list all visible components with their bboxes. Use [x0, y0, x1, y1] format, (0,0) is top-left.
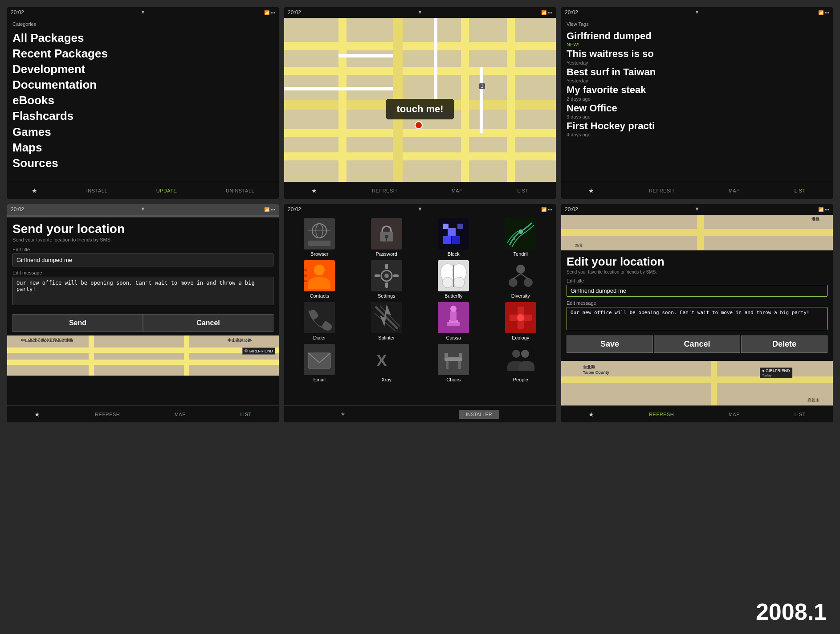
uninstall-button[interactable]: UNINSTALL — [226, 188, 254, 193]
update-button[interactable]: UPDATE — [156, 188, 177, 193]
app-icon-people — [505, 344, 536, 375]
refresh-button-3[interactable]: REFRESH — [649, 188, 674, 193]
signal-icon-1: 📶 — [264, 10, 269, 15]
app-ecology[interactable]: Ecology — [489, 302, 553, 340]
app-icon-settings — [371, 260, 402, 291]
send-button[interactable]: Send — [12, 314, 143, 332]
category-all-packages[interactable]: All Packages — [12, 30, 273, 46]
refresh-button-4[interactable]: REFRESH — [95, 412, 120, 417]
list-button-2[interactable]: LIST — [517, 188, 528, 193]
send-location-form: Edit title Edit message Our new office w… — [7, 243, 279, 311]
edit-message-textarea[interactable]: Our new office will be opening soon. Can… — [12, 277, 273, 305]
category-recent-packages[interactable]: Recent Packages — [12, 46, 273, 61]
map-pin — [415, 121, 423, 129]
tag-hockey[interactable]: First Hockey practi 4 days ago — [567, 120, 828, 137]
app-browser[interactable]: Browser — [288, 218, 351, 257]
dropdown-arrow-2: ▼ — [417, 9, 423, 15]
edit-title-input-6[interactable] — [567, 285, 828, 297]
category-sources[interactable]: Sources — [12, 155, 273, 171]
categories-list: All Packages Recent Packages Development… — [7, 29, 279, 191]
app-icon-xray: X — [371, 344, 402, 375]
star-button-5[interactable]: ★ — [341, 411, 345, 417]
tag-steak[interactable]: My favorite steak 2 days ago — [567, 84, 828, 101]
map-button-4[interactable]: MAP — [175, 412, 186, 417]
edit-title-input[interactable] — [12, 254, 273, 266]
tag-surf[interactable]: Best surf in Taiwan Yesterday — [567, 66, 828, 83]
edit-message-textarea-6[interactable]: Our new office will be opening soon. Can… — [567, 307, 828, 330]
app-icon-tendril — [505, 218, 536, 250]
app-splinter[interactable]: Splinter — [355, 302, 419, 340]
app-dialer[interactable]: Dialer — [288, 302, 351, 340]
app-password[interactable]: Password — [355, 218, 419, 257]
category-development[interactable]: Development — [12, 61, 273, 77]
map-button-3[interactable]: MAP — [729, 188, 740, 193]
app-icon-diversity — [505, 260, 536, 291]
bottom-nav-4: ★ REFRESH MAP LIST — [7, 405, 279, 422]
svg-point-17 — [513, 237, 515, 240]
app-email[interactable]: Email — [288, 344, 351, 382]
delete-button-6[interactable]: Delete — [741, 335, 828, 353]
touch-me-label[interactable]: touch me! — [386, 99, 454, 119]
map-label-road: 中山高速公路沙五段高架連路 — [21, 338, 73, 344]
app-label-browser: Browser — [310, 251, 328, 257]
battery-icon-4: ▪▪▪ — [270, 207, 275, 212]
app-people[interactable]: People — [489, 344, 553, 382]
app-block[interactable]: Block — [422, 218, 485, 257]
status-time-2: 20:02 — [288, 9, 301, 16]
map-button-2[interactable]: MAP — [452, 188, 463, 193]
svg-point-33 — [442, 277, 453, 288]
map-button-6[interactable]: MAP — [729, 412, 740, 417]
tag-waitress[interactable]: This waitress is so Yesterday — [567, 48, 828, 65]
app-xray[interactable]: X Xray — [355, 344, 419, 382]
bottom-nav-2: ★ REFRESH MAP LIST — [284, 182, 556, 199]
category-ebooks[interactable]: eBooks — [12, 93, 273, 108]
app-settings[interactable]: Settings — [355, 260, 419, 299]
app-butterfly[interactable]: Butterfly — [422, 260, 485, 299]
cancel-button-4[interactable]: Cancel — [143, 314, 273, 332]
app-diversity[interactable]: Diversity — [489, 260, 553, 299]
tag-title-2: Best surf in Taiwan — [567, 66, 828, 78]
tag-office[interactable]: New Office 3 days ago — [567, 102, 828, 119]
save-button-6[interactable]: Save — [567, 335, 653, 353]
dropdown-arrow: ▼ — [140, 9, 146, 15]
refresh-button-2[interactable]: REFRESH — [372, 188, 397, 193]
install-button[interactable]: INSTALL — [86, 188, 107, 193]
app-icon-splinter — [371, 302, 402, 333]
list-button-6[interactable]: LIST — [794, 412, 805, 417]
tag-girlfriend[interactable]: Girlfriend dumped NEW! — [567, 30, 828, 47]
app-chairs[interactable]: Chairs — [422, 344, 485, 382]
category-games[interactable]: Games — [12, 124, 273, 140]
categories-header: Categories — [7, 18, 279, 29]
dropdown-arrow-3: ▼ — [694, 9, 700, 15]
map-view[interactable]: 1 touch me! — [284, 18, 556, 182]
star-button-6[interactable]: ★ — [588, 411, 595, 418]
app-caissa[interactable]: Caissa — [422, 302, 485, 340]
category-documentation[interactable]: Documentation — [12, 77, 273, 93]
app-contacts[interactable]: Contacts — [288, 260, 351, 299]
dropdown-arrow-5: ▼ — [417, 206, 423, 212]
list-button-3[interactable]: LIST — [794, 188, 805, 193]
star-button-1[interactable]: ★ — [32, 187, 38, 194]
app-icon-password — [371, 218, 402, 250]
battery-icon-1: ▪▪▪ — [270, 10, 275, 15]
svg-rect-12 — [448, 228, 456, 236]
star-button-4[interactable]: ★ — [34, 411, 41, 418]
category-maps[interactable]: Maps — [12, 140, 273, 155]
category-flashcards[interactable]: Flashcards — [12, 108, 273, 124]
edit-location-title: Edit your location — [567, 255, 828, 269]
refresh-button-6[interactable]: REFRESH — [649, 412, 674, 417]
svg-point-38 — [509, 278, 518, 287]
edit-title-label: Edit title — [12, 247, 273, 252]
app-icon-chairs — [438, 344, 469, 375]
map-badge: 1 — [479, 83, 485, 89]
list-button-4[interactable]: LIST — [240, 412, 251, 417]
star-button-3[interactable]: ★ — [588, 187, 595, 194]
status-icons-3: 📶 ▪▪▪ — [818, 10, 829, 15]
cancel-button-6[interactable]: Cancel — [654, 335, 740, 353]
svg-point-25 — [384, 274, 389, 278]
installer-input: INSTALLER — [459, 410, 499, 419]
app-icon-caissa — [438, 302, 469, 333]
app-tendril[interactable]: Tendril — [489, 218, 553, 257]
svg-text:X: X — [376, 352, 387, 370]
star-button-2[interactable]: ★ — [311, 187, 318, 194]
